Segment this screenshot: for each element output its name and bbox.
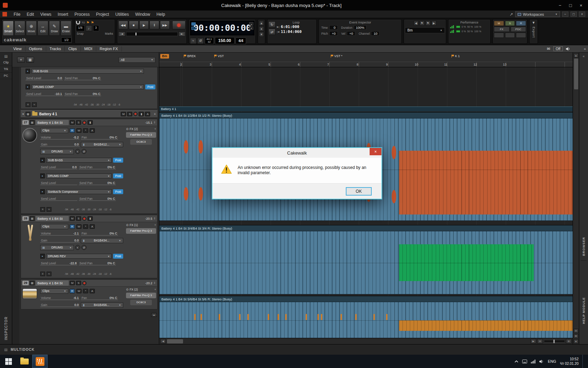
meter-options-icon[interactable]: ≡ [40, 272, 45, 276]
zoom-in-button[interactable]: ⊕ [566, 339, 572, 343]
minimize-button[interactable]: − [555, 2, 565, 9]
track-name[interactable]: Battery 4 1 B4 St [36, 216, 69, 221]
mute-button[interactable]: M [70, 120, 75, 125]
edit-tool-button[interactable]: ↔Edit [37, 21, 48, 36]
envelope-icon[interactable]: ✉ [547, 47, 550, 51]
send-enable-icon[interactable]: ▸ [40, 254, 45, 259]
mute-button[interactable]: M [70, 281, 75, 285]
pan-value[interactable]: 0% C [110, 136, 117, 139]
clips-dropdown[interactable]: Clips▼ [40, 128, 68, 133]
audio-clip[interactable] [159, 302, 573, 338]
help-module-collapsed-label[interactable]: HELP MODULE [582, 297, 586, 324]
folder-options-icon[interactable]: ≡ [154, 113, 156, 116]
network-icon[interactable] [531, 360, 536, 363]
forward-button[interactable]: ▶▶ [160, 21, 170, 29]
waveform-icon[interactable]: ≈ [47, 272, 51, 276]
stop-button[interactable]: ■ [129, 21, 139, 29]
global-mute-button[interactable]: M [494, 21, 504, 26]
horizontal-scrollbar[interactable]: ◀ ▶ ⊖ ⊕ [159, 338, 573, 344]
position-scrubber[interactable] [126, 32, 178, 36]
send-destination[interactable]: SUB BASS▼ [46, 158, 112, 163]
send-level-value[interactable]: -10.1 [55, 92, 62, 96]
write-automation-button[interactable]: W [76, 289, 82, 293]
show-desktop-button[interactable] [582, 355, 584, 368]
folder-mute-button[interactable]: M [121, 112, 126, 116]
patch-dropdown[interactable]: ▮B41B434...▼ [81, 238, 123, 243]
waveform-icon[interactable]: ≈ [47, 207, 51, 212]
scroll-left-button[interactable]: ◀ [160, 339, 166, 343]
fx-star-button[interactable]: * [83, 289, 88, 293]
key-signature-dropdown[interactable]: Bm ▼ [405, 27, 445, 33]
zoom-slider-thumb[interactable] [553, 340, 555, 343]
draw-tool-button[interactable]: ✎Draw [49, 21, 60, 36]
tab-pc[interactable]: PC [0, 73, 12, 79]
send-pan-value[interactable]: 0% C [107, 197, 115, 200]
ei-duration-value[interactable]: 100% [354, 25, 366, 30]
zoom-slider[interactable] [544, 340, 565, 342]
smart-tool-button[interactable]: ★Smart [3, 21, 14, 36]
loop-start-value[interactable]: 6:01:000 [281, 25, 299, 29]
mix-aux3-button[interactable] [516, 33, 526, 38]
folder-arm-button[interactable] [133, 112, 138, 116]
write-automation-button[interactable]: W [76, 128, 82, 133]
punch-clear-button[interactable]: ▼ [259, 32, 264, 37]
read-automation-button[interactable]: R [70, 289, 75, 293]
scrubber-thumb[interactable] [135, 33, 136, 35]
global-solo-button[interactable]: S [505, 21, 515, 26]
send-destination[interactable]: Sonitus:fx Compressor▼ [46, 189, 112, 194]
tv-menu-midi[interactable]: MIDI [81, 46, 96, 52]
folder-automation-button[interactable]: A [145, 112, 150, 116]
file-explorer-button[interactable] [17, 355, 32, 368]
tv-menu-view[interactable]: View [10, 46, 26, 52]
magnet-icon[interactable] [76, 21, 80, 25]
gain-value[interactable]: 0.0 [74, 303, 79, 307]
tray-chevron-icon[interactable] [514, 360, 518, 363]
automation-button[interactable]: A [90, 289, 95, 293]
erase-tool-button[interactable]: ▬Erase [61, 21, 71, 36]
draw-resolution-box[interactable]: 1/2 [61, 38, 71, 42]
send-pan-value[interactable]: 0% C [107, 165, 115, 169]
arm-record-button[interactable] [82, 217, 86, 221]
go-to-start-button[interactable]: |◀ [118, 32, 125, 36]
fx-plugin-fabfilter[interactable]: FabFilter Pro-Q 3 [126, 293, 156, 298]
browser-collapsed-label[interactable]: BROWSER [582, 237, 586, 256]
waveform-preview-button[interactable]: ≈ [190, 38, 196, 44]
add-fx-button[interactable]: + [154, 223, 156, 227]
key-marker[interactable]: Bm [160, 54, 169, 59]
marker-flag-icon[interactable]: ⚑ [420, 21, 425, 26]
menu-utilities[interactable]: Utilities [112, 11, 132, 18]
scroll-down-button[interactable]: ▼ [574, 339, 579, 343]
clips-dropdown[interactable]: Clips▼ [40, 288, 68, 294]
record-button[interactable] [172, 21, 186, 29]
tv-menu-regionfx[interactable]: Region FX [96, 46, 122, 52]
mix-aux1-button[interactable] [494, 33, 504, 38]
solo-button[interactable]: S [76, 281, 81, 285]
output-dropdown[interactable]: ▦DRUMS▼ [40, 149, 74, 154]
time-signature-box[interactable]: 4/4 [236, 38, 246, 44]
scroll-up-button[interactable]: ▲ [574, 53, 579, 57]
snap-resolution-box[interactable]: 1/8 [76, 25, 85, 31]
pdc-button[interactable]: PDC [511, 27, 526, 32]
ei-pitch-value[interactable]: +0 [329, 31, 338, 36]
vertical-scrollbar[interactable]: ▲ ⊖ ⊕ ▼ [573, 53, 579, 344]
timeline-ruler[interactable]: Bm BREK VST VST * K 1 2 3 4 5 6 7 8 9 10… [159, 53, 573, 67]
folder-meter-icon[interactable]: ▮ [139, 112, 144, 116]
punch-set-button[interactable]: ● [259, 26, 264, 31]
fx-plugin-fabfilter[interactable]: FabFilter Pro-Q 3 [126, 132, 156, 138]
arm-record-button[interactable] [82, 281, 86, 285]
scrollbar-thumb[interactable] [574, 59, 578, 89]
clip-name[interactable]: Battery 4 1 B4 St 3/4/B4 St 3/4 R: Stere… [159, 225, 573, 231]
gain-value[interactable]: 0.0 [74, 143, 79, 146]
volume-value[interactable]: -2.1 [73, 232, 79, 235]
multidock-bar[interactable]: ▤ MULTIDOCK [0, 344, 588, 355]
track-header[interactable]: 27 ▦ Battery 4 1 B4 St M S ▮ -15.1 ⇕ [21, 119, 157, 126]
meter-options-icon[interactable]: ≡ [40, 207, 45, 212]
phase-button[interactable]: ◐ [75, 149, 80, 154]
interleave-button[interactable]: Ø [82, 149, 86, 154]
move-tool-button[interactable]: ⊕Move [26, 21, 37, 36]
marker-k1[interactable]: K 1 [451, 54, 460, 58]
menu-process[interactable]: Process [71, 11, 93, 18]
loop-end-value[interactable]: 11:04:060 [281, 29, 302, 34]
folder-solo-button[interactable]: S [127, 112, 132, 116]
menu-views[interactable]: Views [37, 11, 55, 18]
